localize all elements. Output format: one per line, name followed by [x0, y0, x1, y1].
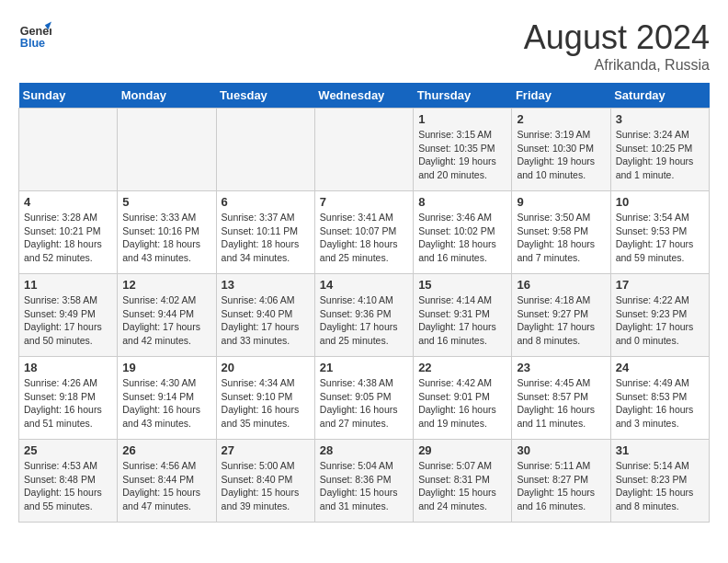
day-info: Sunrise: 3:15 AM Sunset: 10:35 PM Daylig… — [418, 128, 506, 182]
day-number: 5 — [122, 195, 210, 209]
header-row: SundayMondayTuesdayWednesdayThursdayFrid… — [19, 83, 710, 109]
col-header-saturday: Saturday — [610, 83, 709, 109]
calendar-cell: 6Sunrise: 3:37 AM Sunset: 10:11 PM Dayli… — [216, 191, 314, 274]
day-info: Sunrise: 3:54 AM Sunset: 9:53 PM Dayligh… — [616, 211, 704, 265]
logo: General Blue — [18, 18, 51, 52]
day-info: Sunrise: 4:26 AM Sunset: 9:18 PM Dayligh… — [24, 376, 112, 431]
day-number: 1 — [418, 112, 506, 126]
day-info: Sunrise: 5:04 AM Sunset: 8:36 PM Dayligh… — [320, 459, 408, 513]
day-number: 6 — [222, 195, 310, 209]
day-info: Sunrise: 3:58 AM Sunset: 9:49 PM Dayligh… — [24, 293, 112, 348]
day-number: 14 — [320, 278, 408, 292]
calendar-cell: 16Sunrise: 4:18 AM Sunset: 9:27 PM Dayli… — [512, 274, 610, 357]
day-info: Sunrise: 3:33 AM Sunset: 10:16 PM Daylig… — [122, 211, 210, 265]
day-number: 15 — [418, 278, 506, 292]
day-number: 23 — [517, 361, 605, 374]
day-info: Sunrise: 4:14 AM Sunset: 9:31 PM Dayligh… — [418, 293, 506, 348]
day-info: Sunrise: 4:49 AM Sunset: 8:53 PM Dayligh… — [616, 376, 704, 431]
calendar-cell — [19, 109, 118, 191]
calendar-cell — [118, 109, 216, 191]
calendar-cell: 9Sunrise: 3:50 AM Sunset: 9:58 PM Daylig… — [512, 191, 610, 274]
calendar-cell: 17Sunrise: 4:22 AM Sunset: 9:23 PM Dayli… — [610, 274, 709, 357]
calendar-cell: 10Sunrise: 3:54 AM Sunset: 9:53 PM Dayli… — [610, 191, 709, 274]
page-header: General Blue August 2024 Afrikanda, Russ… — [18, 18, 710, 74]
calendar-cell: 20Sunrise: 4:34 AM Sunset: 9:10 PM Dayli… — [216, 357, 314, 440]
day-number: 29 — [418, 443, 506, 457]
title-block: August 2024 Afrikanda, Russia — [524, 18, 710, 74]
day-info: Sunrise: 4:22 AM Sunset: 9:23 PM Dayligh… — [616, 293, 704, 348]
day-info: Sunrise: 4:42 AM Sunset: 9:01 PM Dayligh… — [418, 376, 506, 431]
col-header-tuesday: Tuesday — [216, 83, 314, 109]
day-info: Sunrise: 4:38 AM Sunset: 9:05 PM Dayligh… — [320, 376, 408, 431]
week-row-2: 4Sunrise: 3:28 AM Sunset: 10:21 PM Dayli… — [19, 191, 710, 274]
day-info: Sunrise: 3:37 AM Sunset: 10:11 PM Daylig… — [222, 211, 310, 265]
day-info: Sunrise: 4:53 AM Sunset: 8:48 PM Dayligh… — [24, 459, 112, 513]
calendar-cell: 29Sunrise: 5:07 AM Sunset: 8:31 PM Dayli… — [414, 440, 512, 523]
calendar-cell: 24Sunrise: 4:49 AM Sunset: 8:53 PM Dayli… — [610, 357, 709, 440]
day-number: 4 — [24, 195, 112, 209]
day-number: 28 — [320, 443, 408, 457]
day-number: 25 — [24, 443, 112, 457]
calendar-cell: 12Sunrise: 4:02 AM Sunset: 9:44 PM Dayli… — [118, 274, 216, 357]
day-number: 10 — [616, 195, 704, 209]
day-info: Sunrise: 4:56 AM Sunset: 8:44 PM Dayligh… — [122, 459, 210, 513]
day-info: Sunrise: 3:19 AM Sunset: 10:30 PM Daylig… — [517, 128, 605, 182]
day-number: 21 — [320, 361, 408, 374]
calendar-cell: 30Sunrise: 5:11 AM Sunset: 8:27 PM Dayli… — [512, 440, 610, 523]
calendar-cell: 2Sunrise: 3:19 AM Sunset: 10:30 PM Dayli… — [512, 109, 610, 191]
calendar-cell: 25Sunrise: 4:53 AM Sunset: 8:48 PM Dayli… — [19, 440, 118, 523]
calendar-cell: 28Sunrise: 5:04 AM Sunset: 8:36 PM Dayli… — [314, 440, 413, 523]
col-header-thursday: Thursday — [414, 83, 512, 109]
day-info: Sunrise: 4:34 AM Sunset: 9:10 PM Dayligh… — [222, 376, 310, 431]
calendar-cell: 18Sunrise: 4:26 AM Sunset: 9:18 PM Dayli… — [19, 357, 118, 440]
calendar-cell: 21Sunrise: 4:38 AM Sunset: 9:05 PM Dayli… — [314, 357, 413, 440]
calendar-cell: 31Sunrise: 5:14 AM Sunset: 8:23 PM Dayli… — [610, 440, 709, 523]
day-number: 17 — [616, 278, 704, 292]
day-number: 7 — [320, 195, 408, 209]
day-number: 20 — [222, 361, 310, 374]
day-info: Sunrise: 5:07 AM Sunset: 8:31 PM Dayligh… — [418, 459, 506, 513]
calendar-cell: 26Sunrise: 4:56 AM Sunset: 8:44 PM Dayli… — [118, 440, 216, 523]
col-header-friday: Friday — [512, 83, 610, 109]
day-info: Sunrise: 3:24 AM Sunset: 10:25 PM Daylig… — [616, 128, 704, 182]
calendar-cell: 14Sunrise: 4:10 AM Sunset: 9:36 PM Dayli… — [314, 274, 413, 357]
logo-icon: General Blue — [18, 18, 51, 52]
day-number: 12 — [122, 278, 210, 292]
day-info: Sunrise: 3:41 AM Sunset: 10:07 PM Daylig… — [320, 211, 408, 265]
day-number: 22 — [418, 361, 506, 374]
day-info: Sunrise: 4:06 AM Sunset: 9:40 PM Dayligh… — [222, 293, 310, 348]
calendar-cell — [314, 109, 413, 191]
day-number: 19 — [122, 361, 210, 374]
col-header-sunday: Sunday — [19, 83, 118, 109]
main-title: August 2024 — [524, 18, 710, 57]
day-number: 11 — [24, 278, 112, 292]
calendar-cell: 23Sunrise: 4:45 AM Sunset: 8:57 PM Dayli… — [512, 357, 610, 440]
day-number: 2 — [517, 112, 605, 126]
day-info: Sunrise: 4:45 AM Sunset: 8:57 PM Dayligh… — [517, 376, 605, 431]
calendar-cell — [216, 109, 314, 191]
calendar-cell: 1Sunrise: 3:15 AM Sunset: 10:35 PM Dayli… — [414, 109, 512, 191]
calendar-cell: 8Sunrise: 3:46 AM Sunset: 10:02 PM Dayli… — [414, 191, 512, 274]
day-number: 24 — [616, 361, 704, 374]
week-row-1: 1Sunrise: 3:15 AM Sunset: 10:35 PM Dayli… — [19, 109, 710, 191]
subtitle: Afrikanda, Russia — [524, 57, 710, 74]
day-info: Sunrise: 5:11 AM Sunset: 8:27 PM Dayligh… — [517, 459, 605, 513]
calendar-cell: 22Sunrise: 4:42 AM Sunset: 9:01 PM Dayli… — [414, 357, 512, 440]
calendar-cell: 19Sunrise: 4:30 AM Sunset: 9:14 PM Dayli… — [118, 357, 216, 440]
day-info: Sunrise: 5:00 AM Sunset: 8:40 PM Dayligh… — [222, 459, 310, 513]
day-number: 26 — [122, 443, 210, 457]
calendar-cell: 5Sunrise: 3:33 AM Sunset: 10:16 PM Dayli… — [118, 191, 216, 274]
week-row-4: 18Sunrise: 4:26 AM Sunset: 9:18 PM Dayli… — [19, 357, 710, 440]
day-info: Sunrise: 3:28 AM Sunset: 10:21 PM Daylig… — [24, 211, 112, 265]
calendar-table: SundayMondayTuesdayWednesdayThursdayFrid… — [18, 83, 710, 523]
day-info: Sunrise: 4:30 AM Sunset: 9:14 PM Dayligh… — [122, 376, 210, 431]
col-header-monday: Monday — [118, 83, 216, 109]
calendar-cell: 15Sunrise: 4:14 AM Sunset: 9:31 PM Dayli… — [414, 274, 512, 357]
day-number: 3 — [616, 112, 704, 126]
calendar-cell: 3Sunrise: 3:24 AM Sunset: 10:25 PM Dayli… — [610, 109, 709, 191]
calendar-cell: 4Sunrise: 3:28 AM Sunset: 10:21 PM Dayli… — [19, 191, 118, 274]
day-info: Sunrise: 5:14 AM Sunset: 8:23 PM Dayligh… — [616, 459, 704, 513]
col-header-wednesday: Wednesday — [314, 83, 413, 109]
calendar-cell: 11Sunrise: 3:58 AM Sunset: 9:49 PM Dayli… — [19, 274, 118, 357]
day-number: 30 — [517, 443, 605, 457]
